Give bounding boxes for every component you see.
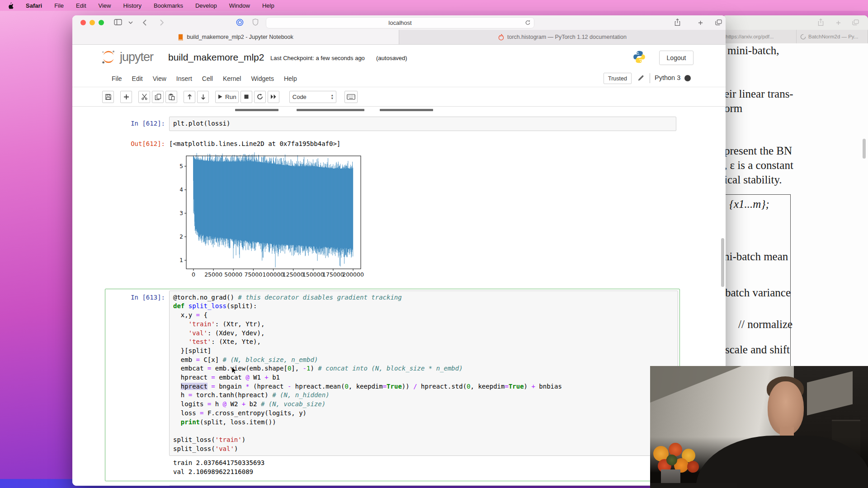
stop-button[interactable] xyxy=(241,91,252,103)
jupyter-menu-insert[interactable]: Insert xyxy=(171,75,197,82)
shield-icon[interactable] xyxy=(252,19,259,26)
back-icon[interactable] xyxy=(143,19,146,26)
tab-label: torch.histogram — PyTorch 1.12 documenta… xyxy=(507,34,627,40)
jupyter-menu-help[interactable]: Help xyxy=(279,75,302,82)
new-tab-icon[interactable] xyxy=(698,20,703,25)
tab-overview-icon[interactable] xyxy=(715,19,722,25)
code-line: plt.plot(lossi) xyxy=(173,119,672,128)
logout-button[interactable]: Logout xyxy=(659,51,693,65)
code-line: def split_loss(split): xyxy=(173,302,674,311)
code-line: split_loss('train') xyxy=(173,436,674,445)
svg-text:0.3: 0.3 xyxy=(180,210,183,216)
move-down-button[interactable] xyxy=(197,91,209,103)
tab-label: https://arxiv.org/pdf... xyxy=(726,34,774,39)
pdf-text-fragment: ni-batch mean xyxy=(724,250,788,263)
share-icon[interactable] xyxy=(675,19,680,26)
reload-icon[interactable] xyxy=(525,19,531,26)
menu-help[interactable]: Help xyxy=(262,2,274,9)
move-up-button[interactable] xyxy=(184,91,195,103)
jupyter-menu-view[interactable]: View xyxy=(148,75,171,82)
new-tab-icon[interactable] xyxy=(836,20,841,25)
copy-button[interactable] xyxy=(152,91,164,103)
menu-edit[interactable]: Edit xyxy=(76,2,86,9)
chevron-down-icon[interactable] xyxy=(128,21,133,24)
svg-text:0.2: 0.2 xyxy=(180,233,183,240)
pdf-scrollbar-thumb[interactable] xyxy=(863,139,866,159)
tab-label: BatchNorm2d — Py... xyxy=(808,34,858,39)
code-input-612[interactable]: plt.plot(lossi) xyxy=(169,117,676,131)
browser-tab[interactable]: BatchNorm2d — Py... xyxy=(797,30,868,43)
pdf-text-fragment: , ε is a constant xyxy=(724,159,793,172)
select-stepper-icon: ▴▾ xyxy=(331,94,333,100)
code-line: split_loss('val') xyxy=(173,445,674,454)
zoom-window-button[interactable] xyxy=(99,20,104,25)
code-cell-613[interactable]: In [613]: @torch.no_grad() # this decora… xyxy=(105,289,680,482)
jupyter-logo[interactable]: jupyter xyxy=(101,49,153,65)
pdf-text-fragment: {x1...m}; xyxy=(729,198,769,211)
save-button[interactable] xyxy=(102,91,114,103)
fast-forward-button[interactable] xyxy=(268,91,279,103)
notebook-scrollbar-thumb[interactable] xyxy=(721,238,724,287)
code-line: h = torch.tanh(hpreact) # (N, n_hidden) xyxy=(173,391,674,400)
autosave-status: (autosaved) xyxy=(376,55,407,61)
jupyter-page: jupyter build_makemore_mlp2 Last Checkpo… xyxy=(72,45,726,486)
jupyter-menu-edit[interactable]: Edit xyxy=(127,75,148,82)
cut-button[interactable] xyxy=(138,91,150,103)
pdf-text-fragment: orm xyxy=(724,102,742,115)
tab-label: build_makemore_mlp2 - Jupyter Notebook xyxy=(187,34,293,40)
apple-menu-icon[interactable] xyxy=(7,2,14,9)
jupyter-logo-text: jupyter xyxy=(120,50,153,64)
svg-text:0.5: 0.5 xyxy=(180,163,183,169)
pdf-text-fragment: present the BN xyxy=(724,145,792,157)
cell-type-select[interactable]: Code▴▾ xyxy=(289,91,336,103)
svg-text:150000: 150000 xyxy=(302,271,324,278)
svg-text:125000: 125000 xyxy=(283,271,304,278)
paste-button[interactable] xyxy=(165,91,177,103)
jupyter-menu-cell[interactable]: Cell xyxy=(197,75,218,82)
code-input-613[interactable]: @torch.no_grad() # this decorator disabl… xyxy=(169,291,678,456)
menu-bookmarks[interactable]: Bookmarks xyxy=(154,2,183,9)
menu-file[interactable]: File xyxy=(54,2,64,9)
privacy-report-icon[interactable] xyxy=(236,19,244,26)
browser-tab[interactable]: torch.histogram — PyTorch 1.12 documenta… xyxy=(399,30,726,44)
safari-window: localhost build_makemore_mlp2 - Jupyter … xyxy=(72,15,726,486)
address-bar[interactable]: localhost xyxy=(266,17,534,28)
code-line: @torch.no_grad() # this decorator disabl… xyxy=(173,293,674,302)
minimize-window-button[interactable] xyxy=(90,20,95,25)
desktop: SafariFileEditViewHistoryBookmarksDevelo… xyxy=(0,0,868,488)
pencil-icon xyxy=(637,75,644,81)
run-button[interactable]: Run xyxy=(215,91,239,103)
kernel-name[interactable]: Python 3 xyxy=(655,74,680,81)
stdout-line: train 2.0376641750335693 xyxy=(173,458,678,467)
divider xyxy=(650,73,650,83)
restart-button[interactable] xyxy=(254,91,266,103)
next-cell-partial xyxy=(105,485,676,486)
notebook-title[interactable]: build_makemore_mlp2 xyxy=(168,52,264,63)
code-input-next[interactable] xyxy=(169,485,676,486)
menu-safari[interactable]: Safari xyxy=(26,2,42,9)
trusted-badge[interactable]: Trusted xyxy=(604,73,632,84)
keyboard-button[interactable] xyxy=(344,91,358,103)
forward-icon[interactable] xyxy=(160,19,164,26)
browser-tab[interactable]: build_makemore_mlp2 - Jupyter Notebook xyxy=(72,30,399,44)
close-window-button[interactable] xyxy=(80,20,86,25)
back-window-tab-bar: https://arxiv.org/pdf...BatchNorm2d — Py… xyxy=(722,30,868,44)
share-icon[interactable] xyxy=(818,19,824,26)
code-line: 'test': (Xte, Yte), xyxy=(173,338,674,347)
tab-overview-icon[interactable] xyxy=(852,19,859,25)
menu-history[interactable]: History xyxy=(123,2,141,9)
jupyter-menu-kernel[interactable]: Kernel xyxy=(218,75,246,82)
code-line xyxy=(173,427,674,436)
sidebar-icon[interactable] xyxy=(114,19,122,25)
browser-tab[interactable]: https://arxiv.org/pdf... xyxy=(722,30,797,43)
jupyter-menu-widgets[interactable]: Widgets xyxy=(246,75,279,82)
clipped-cell-remnant xyxy=(105,109,726,113)
jupyter-menu-file[interactable]: File xyxy=(107,75,127,82)
menu-window[interactable]: Window xyxy=(229,2,250,9)
jupyter-toolbar: RunCode▴▾ xyxy=(72,87,726,107)
stdout-line: val 2.106989622116089 xyxy=(173,467,678,476)
add-cell-button[interactable] xyxy=(120,91,132,103)
menu-view[interactable]: View xyxy=(99,2,111,9)
menu-develop[interactable]: Develop xyxy=(195,2,217,9)
code-line: hpreact = bngain * (hpreact - hpreact.me… xyxy=(173,382,674,391)
